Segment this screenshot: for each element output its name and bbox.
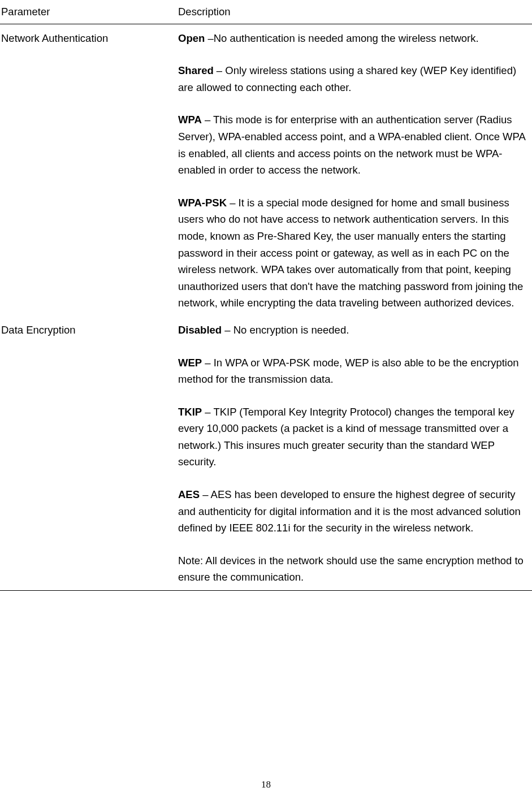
term-tkip: TKIP: [178, 406, 202, 418]
param-network-authentication: Network Authentication: [0, 24, 178, 316]
desc-block: Shared – Only wireless stations using a …: [178, 62, 531, 96]
header-parameter: Parameter: [0, 0, 178, 24]
desc-data-encryption: Disabled – No encryption is needed. WEP …: [178, 316, 532, 591]
term-wpa: WPA: [178, 114, 202, 126]
desc-block: WPA-PSK – It is a special mode designed …: [178, 194, 531, 312]
term-open: Open: [178, 32, 207, 44]
text-open: –No authentication is needed among the w…: [207, 32, 478, 44]
document-page: Parameter Description Network Authentica…: [0, 0, 532, 591]
table-header-row: Parameter Description: [0, 0, 532, 24]
header-description: Description: [178, 0, 532, 24]
param-data-encryption: Data Encryption: [0, 316, 178, 591]
desc-block: WPA – This mode is for enterprise with a…: [178, 111, 531, 178]
page-number: 18: [0, 777, 532, 792]
text-wep: – In WPA or WPA-PSK mode, WEP is also ab…: [178, 357, 519, 386]
table-row: Network Authentication Open –No authenti…: [0, 24, 532, 316]
text-shared: – Only wireless stations using a shared …: [178, 64, 516, 93]
desc-block: Open –No authentication is needed among …: [178, 30, 531, 47]
term-aes: AES: [178, 488, 200, 500]
text-disabled: – No encryption is needed.: [222, 324, 349, 336]
term-disabled: Disabled: [178, 324, 222, 336]
desc-block: Note: All devices in the network should …: [178, 552, 531, 586]
text-tkip: – TKIP (Temporal Key Integrity Protocol)…: [178, 406, 514, 468]
text-note: Note: All devices in the network should …: [178, 555, 524, 583]
desc-block: AES – AES has been developed to ensure t…: [178, 486, 531, 537]
term-wpa-psk: WPA-PSK: [178, 197, 227, 209]
desc-block: TKIP – TKIP (Temporal Key Integrity Prot…: [178, 404, 531, 470]
parameter-table: Parameter Description Network Authentica…: [0, 0, 532, 591]
desc-network-authentication: Open –No authentication is needed among …: [178, 24, 532, 316]
term-wep: WEP: [178, 357, 202, 369]
text-aes: – AES has been developed to ensure the h…: [178, 488, 521, 534]
table-row: Data Encryption Disabled – No encryption…: [0, 316, 532, 591]
text-wpa: – This mode is for enterprise with an au…: [178, 114, 525, 176]
text-wpa-psk: – It is a special mode designed for home…: [178, 197, 523, 309]
desc-block: Disabled – No encryption is needed.: [178, 322, 531, 339]
desc-block: WEP – In WPA or WPA-PSK mode, WEP is als…: [178, 354, 531, 388]
term-shared: Shared: [178, 64, 214, 76]
